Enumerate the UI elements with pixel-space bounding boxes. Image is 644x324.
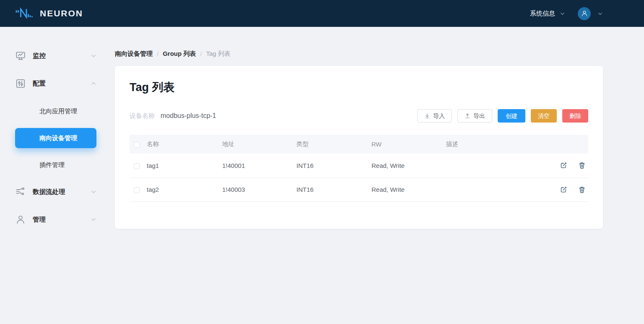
import-label: 导入 bbox=[433, 113, 445, 119]
row-actions bbox=[557, 186, 588, 193]
monitor-icon bbox=[15, 50, 26, 61]
sidebar-item-label: 配置 bbox=[33, 79, 46, 88]
device-info: 设备名称 modbus-plus-tcp-1 bbox=[130, 112, 216, 120]
row-checkbox[interactable] bbox=[134, 163, 140, 169]
device-name-value: modbus-plus-tcp-1 bbox=[161, 112, 216, 120]
avatar[interactable] bbox=[578, 7, 591, 20]
column-header-name: 名称 bbox=[147, 135, 222, 154]
row-checkbox[interactable] bbox=[134, 187, 140, 193]
tag-table: 名称 地址 类型 RW 描述 tag1 1!40001 INT16 Read, … bbox=[130, 135, 588, 202]
breadcrumb-tag-list: Tag 列表 bbox=[206, 50, 231, 58]
sidebar-item-label: 管理 bbox=[33, 215, 46, 224]
cell-address: 1!40003 bbox=[222, 178, 296, 201]
delete-button[interactable]: 删除 bbox=[562, 109, 588, 123]
brand: NEURON bbox=[15, 6, 83, 21]
column-header-address: 地址 bbox=[222, 135, 296, 154]
chevron-down-icon bbox=[91, 217, 96, 222]
toolbar: 导入 导出 创建 清空 删除 bbox=[417, 109, 588, 123]
sidebar-item-configuration[interactable]: 配置 bbox=[15, 73, 96, 94]
dataflow-icon bbox=[15, 186, 26, 197]
sidebar-item-label: 数据流处理 bbox=[33, 188, 65, 196]
chevron-up-icon bbox=[91, 81, 96, 86]
cell-rw: Read, Write bbox=[371, 178, 446, 201]
tag-list-card: Tag 列表 设备名称 modbus-plus-tcp-1 导入 导出 bbox=[115, 66, 603, 229]
cell-type: INT16 bbox=[296, 154, 371, 178]
chevron-down-icon bbox=[91, 189, 96, 195]
cell-description bbox=[446, 178, 557, 201]
cell-rw: Read, Write bbox=[371, 154, 446, 178]
download-icon bbox=[424, 113, 430, 119]
cell-description bbox=[446, 154, 557, 178]
config-icon bbox=[15, 78, 26, 89]
column-header-type: 类型 bbox=[296, 135, 371, 154]
breadcrumb: 南向设备管理 / Group 列表 / Tag 列表 bbox=[115, 50, 603, 58]
neuron-logo-icon bbox=[15, 6, 34, 21]
topbar-right: 系统信息 bbox=[530, 7, 603, 20]
breadcrumb-south-devices[interactable]: 南向设备管理 bbox=[115, 50, 153, 58]
import-button[interactable]: 导入 bbox=[417, 109, 452, 123]
chevron-down-icon bbox=[597, 11, 603, 16]
breadcrumb-group-list[interactable]: Group 列表 bbox=[163, 50, 196, 58]
admin-icon bbox=[15, 214, 26, 225]
sidebar: 监控 配置 北向应用管理 南向设备管理 插件管理 bbox=[0, 27, 115, 324]
sidebar-item-dataflow[interactable]: 数据流处理 bbox=[15, 182, 96, 202]
row-actions bbox=[557, 162, 588, 169]
user-menu[interactable] bbox=[578, 7, 603, 20]
system-info-label: 系统信息 bbox=[530, 10, 555, 18]
clear-button[interactable]: 清空 bbox=[531, 109, 557, 123]
export-label: 导出 bbox=[473, 113, 485, 119]
table-row: tag1 1!40001 INT16 Read, Write bbox=[130, 154, 588, 178]
topbar: NEURON 系统信息 bbox=[0, 0, 644, 27]
edit-icon[interactable] bbox=[560, 162, 567, 169]
cell-type: INT16 bbox=[296, 178, 371, 201]
upload-icon bbox=[465, 113, 470, 119]
main-content: 南向设备管理 / Group 列表 / Tag 列表 Tag 列表 设备名称 m… bbox=[115, 27, 644, 229]
breadcrumb-separator: / bbox=[157, 50, 158, 57]
column-header-description: 描述 bbox=[446, 135, 557, 154]
brand-name: NEURON bbox=[40, 8, 83, 18]
edit-icon[interactable] bbox=[560, 186, 567, 193]
create-button[interactable]: 创建 bbox=[498, 109, 525, 123]
sidebar-item-monitoring[interactable]: 监控 bbox=[15, 46, 96, 66]
sidebar-item-south-devices[interactable]: 南向设备管理 bbox=[15, 128, 96, 148]
chevron-down-icon bbox=[560, 11, 565, 16]
sidebar-item-admin[interactable]: 管理 bbox=[15, 209, 96, 230]
sidebar-item-label: 监控 bbox=[33, 52, 46, 60]
device-name-label: 设备名称 bbox=[130, 112, 155, 120]
column-header-rw: RW bbox=[371, 135, 446, 154]
chevron-down-icon bbox=[91, 53, 96, 59]
delete-icon[interactable] bbox=[578, 162, 586, 169]
select-all-checkbox[interactable] bbox=[134, 142, 140, 148]
system-info-menu[interactable]: 系统信息 bbox=[530, 10, 565, 18]
export-button[interactable]: 导出 bbox=[457, 109, 492, 123]
table-row: tag2 1!40003 INT16 Read, Write bbox=[130, 178, 588, 201]
breadcrumb-separator: / bbox=[200, 50, 202, 57]
table-header-row: 名称 地址 类型 RW 描述 bbox=[130, 135, 588, 154]
card-toolbar-row: 设备名称 modbus-plus-tcp-1 导入 导出 创建 清空 bbox=[130, 109, 588, 123]
sidebar-item-plugins[interactable]: 插件管理 bbox=[15, 155, 96, 175]
delete-icon[interactable] bbox=[578, 186, 586, 193]
cell-name: tag2 bbox=[147, 178, 222, 201]
cell-name: tag1 bbox=[147, 154, 222, 178]
page-title: Tag 列表 bbox=[130, 80, 588, 95]
sidebar-item-north-apps[interactable]: 北向应用管理 bbox=[15, 101, 96, 121]
cell-address: 1!40001 bbox=[222, 154, 296, 178]
